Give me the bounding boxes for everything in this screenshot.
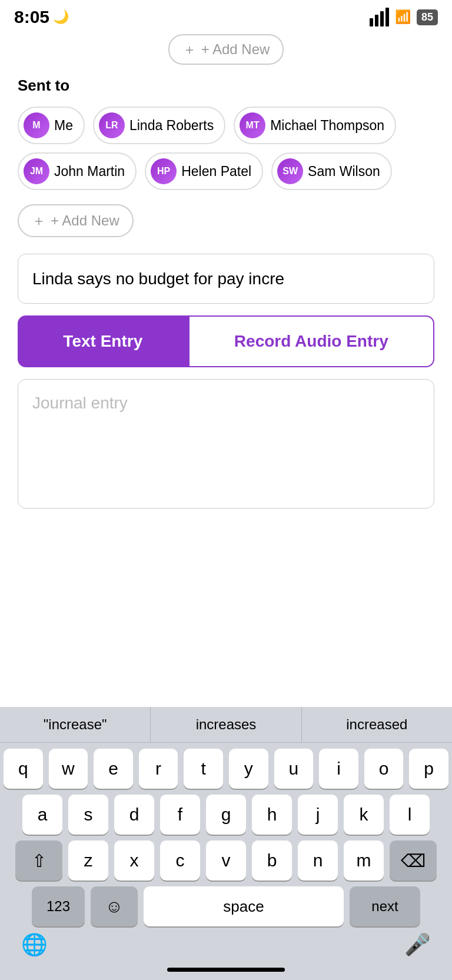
- key-u[interactable]: u: [274, 749, 314, 789]
- key-m[interactable]: m: [344, 841, 384, 881]
- recipient-helen-patel[interactable]: HP Helen Patel: [145, 152, 263, 190]
- top-add-new-button[interactable]: ＋ + Add New: [168, 34, 284, 65]
- avatar-me: M: [24, 112, 49, 138]
- autocomplete-bar: "increase" increases increased: [0, 707, 452, 743]
- key-o[interactable]: o: [364, 749, 404, 789]
- keyboard-row-1: q w e r t y u i o p: [4, 749, 448, 789]
- key-v[interactable]: v: [206, 841, 246, 881]
- key-i[interactable]: i: [319, 749, 358, 789]
- top-add-new-label: + Add New: [201, 41, 270, 58]
- key-d[interactable]: d: [114, 795, 154, 835]
- status-icons: 📶 85: [370, 8, 438, 26]
- shift-key[interactable]: ⇧: [15, 841, 62, 881]
- key-g[interactable]: g: [206, 795, 246, 835]
- bottom-icons-bar: 🌐 🎤: [0, 932, 452, 963]
- signal-icon: [370, 8, 389, 26]
- recipient-name-helen-patel: Helen Patel: [181, 164, 251, 180]
- key-j[interactable]: j: [298, 795, 338, 835]
- add-new-button[interactable]: ＋ + Add New: [18, 204, 134, 237]
- recipient-name-michael-thompson: Michael Thompson: [270, 118, 384, 134]
- keyboard-row-4: 123 ☺ space next: [4, 886, 448, 926]
- text-entry-button[interactable]: Text Entry: [18, 315, 188, 367]
- recipients-list: M Me LR Linda Roberts MT Michael Thompso…: [18, 107, 434, 190]
- avatar-linda-roberts: LR: [99, 112, 125, 138]
- recipient-linda-roberts[interactable]: LR Linda Roberts: [93, 107, 225, 144]
- status-bar: 8:05 🌙 📶 85: [0, 0, 452, 32]
- journal-entry-box[interactable]: Journal entry: [18, 379, 434, 509]
- key-z[interactable]: z: [68, 841, 108, 881]
- key-t[interactable]: t: [184, 749, 223, 789]
- key-b[interactable]: b: [252, 841, 292, 881]
- recipient-john-martin[interactable]: JM John Martin: [18, 152, 137, 190]
- key-s[interactable]: s: [68, 795, 108, 835]
- plus-icon: ＋: [182, 40, 197, 59]
- avatar-sam-wilson: SW: [277, 158, 303, 184]
- key-n[interactable]: n: [298, 841, 338, 881]
- keyboard-row-3: ⇧ z x c v b n m ⌫: [4, 841, 448, 881]
- key-a[interactable]: a: [22, 795, 62, 835]
- main-content: Sent to M Me LR Linda Roberts MT Michael…: [0, 71, 452, 520]
- key-x[interactable]: x: [114, 841, 154, 881]
- entry-type-buttons: Text Entry Record Audio Entry: [18, 315, 434, 367]
- key-r[interactable]: r: [139, 749, 178, 789]
- moon-icon: 🌙: [53, 9, 69, 25]
- key-p[interactable]: p: [409, 749, 448, 789]
- autocomplete-item-1[interactable]: increases: [151, 707, 301, 742]
- recipient-michael-thompson[interactable]: MT Michael Thompson: [234, 107, 396, 144]
- recipient-name-sam-wilson: Sam Wilson: [308, 164, 380, 180]
- recipient-name-linda-roberts: Linda Roberts: [129, 118, 214, 134]
- message-preview-text: Linda says no budget for pay incre: [32, 270, 284, 288]
- add-new-label: + Add New: [51, 212, 119, 229]
- recipient-name-john-martin: John Martin: [54, 164, 125, 180]
- keyboard-row-2: a s d f g h j k l: [4, 795, 448, 835]
- key-e[interactable]: e: [94, 749, 133, 789]
- key-c[interactable]: c: [160, 841, 200, 881]
- key-k[interactable]: k: [344, 795, 384, 835]
- avatar-michael-thompson: MT: [240, 112, 265, 138]
- emoji-key[interactable]: ☺: [91, 886, 138, 926]
- microphone-icon[interactable]: 🎤: [404, 932, 431, 957]
- battery-indicator: 85: [417, 9, 438, 25]
- key-q[interactable]: q: [4, 749, 43, 789]
- journal-placeholder: Journal entry: [32, 394, 128, 412]
- key-h[interactable]: h: [252, 795, 292, 835]
- recipient-sam-wilson[interactable]: SW Sam Wilson: [271, 152, 392, 190]
- sent-to-label: Sent to: [18, 77, 434, 95]
- status-time: 8:05: [14, 7, 49, 27]
- message-preview-box: Linda says no budget for pay incre: [18, 254, 434, 304]
- audio-entry-button[interactable]: Record Audio Entry: [188, 315, 434, 367]
- autocomplete-item-2[interactable]: increased: [302, 707, 452, 742]
- top-add-new-area: ＋ + Add New: [0, 32, 452, 71]
- recipient-me[interactable]: M Me: [18, 107, 85, 144]
- recipient-name-me: Me: [54, 118, 73, 134]
- key-w[interactable]: w: [49, 749, 88, 789]
- avatar-helen-patel: HP: [151, 158, 177, 184]
- keyboard: q w e r t y u i o p a s d f g h j k l ⇧ …: [0, 743, 452, 926]
- plus-icon-add: ＋: [32, 211, 46, 230]
- key-l[interactable]: l: [390, 795, 430, 835]
- next-key[interactable]: next: [350, 886, 420, 926]
- avatar-john-martin: JM: [24, 158, 49, 184]
- numbers-key[interactable]: 123: [32, 886, 85, 926]
- keyboard-area: "increase" increases increased q w e r t…: [0, 707, 452, 980]
- home-indicator: [167, 968, 285, 972]
- space-key[interactable]: space: [144, 886, 344, 926]
- backspace-key[interactable]: ⌫: [390, 841, 437, 881]
- home-indicator-bar: [0, 963, 452, 980]
- autocomplete-item-0[interactable]: "increase": [0, 707, 151, 742]
- globe-icon[interactable]: 🌐: [21, 932, 48, 957]
- key-y[interactable]: y: [229, 749, 268, 789]
- wifi-icon: 📶: [395, 9, 411, 25]
- key-f[interactable]: f: [160, 795, 200, 835]
